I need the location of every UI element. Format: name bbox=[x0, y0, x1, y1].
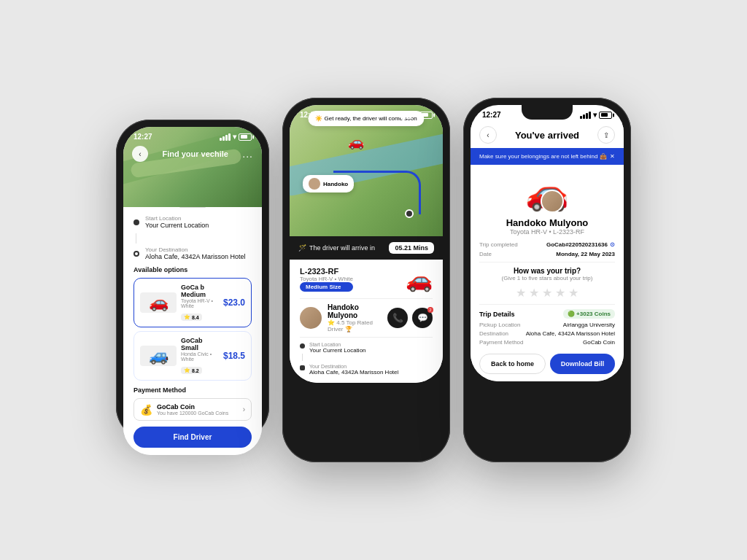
status-bar-phone2: 12:27 ▾ bbox=[290, 105, 443, 122]
menu-icon[interactable]: ... bbox=[242, 148, 253, 160]
option-sub-small: Honda Civic • White bbox=[181, 351, 219, 362]
alert-text: Make sure your belongings are not left b… bbox=[479, 153, 607, 160]
start-label: Start Location bbox=[145, 215, 209, 222]
dest-loc-row2: Your Destination Aloha Cafe, 4342A Maris… bbox=[300, 364, 433, 376]
arrived-body: 🚗 Handoko Mulyono Toyota HR-V • L-2323-R… bbox=[471, 165, 624, 354]
car-info: L-2323-RF Toyota HR-V • White Medium Siz… bbox=[300, 267, 353, 292]
chevron-icon: › bbox=[243, 405, 245, 413]
divider-p2 bbox=[300, 298, 433, 299]
car-img-small: 🚙 bbox=[140, 346, 177, 366]
option-card-medium[interactable]: 🚗 GoCa b Medium Toyota HR-V • White ⭐ 8.… bbox=[133, 278, 252, 327]
dest-value-p2: Aloha Cafe, 4342A Marisson Hotel bbox=[309, 369, 398, 376]
dest-value-p3: Aloha Cafe, 4342A Marisson Hotel bbox=[526, 330, 615, 337]
notch-p3 bbox=[522, 105, 573, 120]
arrive-text: 🪄 The driver will arrive in bbox=[298, 244, 375, 252]
battery-icon-p2 bbox=[419, 112, 433, 119]
car-plate: L-2323-RF bbox=[300, 267, 353, 276]
start-dot-p2 bbox=[300, 343, 305, 349]
option-card-small[interactable]: 🚙 GoCab Small Honda Civic • White ⭐ 8.2 … bbox=[133, 331, 252, 381]
star-3[interactable]: ★ bbox=[542, 286, 552, 300]
rating-section: How was your trip? (Give 1 to five stars… bbox=[479, 267, 615, 300]
car-info-row: L-2323-RF Toyota HR-V • White Medium Siz… bbox=[300, 267, 433, 292]
ride-options-sheet: Start Location Your Current Location You… bbox=[123, 198, 262, 455]
arrive-icon: 🪄 bbox=[298, 244, 306, 252]
trip-date-value: Monday, 22 May 2023 bbox=[556, 251, 615, 257]
driver-avatar-p2 bbox=[300, 307, 322, 329]
coins-badge: 🟢 +3023 Coins bbox=[563, 309, 615, 319]
driver-rating: ⭐ 4.5 bbox=[328, 319, 344, 326]
share-button[interactable]: ⇪ bbox=[597, 126, 615, 144]
star-rating[interactable]: ★ ★ ★ ★ ★ bbox=[479, 286, 615, 300]
trip-details-header: Trip Details 🟢 +3023 Coins bbox=[479, 309, 615, 319]
start-loc-row2: Start Location Your Current Location bbox=[300, 342, 433, 354]
driver-name-p2: Handoko Mulyono bbox=[328, 303, 382, 319]
arrive-bar: 🪄 The driver will arrive in 05.21 Mins bbox=[290, 236, 443, 260]
close-alert-icon[interactable]: ✕ bbox=[610, 153, 615, 160]
find-driver-button[interactable]: Find Driver bbox=[133, 427, 252, 448]
dest-dot-icon bbox=[133, 251, 139, 257]
pickup-row: Pickup Location Airlangga University bbox=[479, 322, 615, 328]
message-button[interactable]: 💬 2 bbox=[412, 308, 433, 328]
copy-icon[interactable]: ⊙ bbox=[610, 241, 615, 248]
battery-icon bbox=[239, 133, 252, 141]
available-options-title: Available options bbox=[133, 266, 252, 273]
signal-icon-p3 bbox=[580, 112, 591, 119]
arrived-driver-name: Handoko Mulyono bbox=[479, 217, 615, 228]
rating-question: How was your trip? bbox=[479, 267, 615, 275]
time-phone2: 12:27 bbox=[300, 111, 319, 119]
payment-sub: You have 120000 GoCab Coins bbox=[157, 411, 228, 416]
handoko-name: Handoko bbox=[323, 181, 348, 187]
wifi-icon: ▾ bbox=[233, 133, 236, 141]
signal-icon-p2 bbox=[400, 112, 411, 119]
loc-connector-p2 bbox=[302, 354, 303, 361]
car-marker: 🚗 bbox=[348, 134, 364, 150]
payment-section: Payment Method 💰 GoCab Coin You have 120… bbox=[133, 386, 252, 421]
star-5[interactable]: ★ bbox=[568, 286, 578, 300]
divider2-p3 bbox=[479, 304, 615, 305]
star-2[interactable]: ★ bbox=[529, 286, 539, 300]
phone2-screen: 12:27 ▾ ☀️ Get ready, the driver will co… bbox=[290, 105, 443, 383]
phone1-screen: 12:27 ▾ ‹ Find your ve bbox=[123, 127, 262, 455]
battery-icon-p3 bbox=[599, 112, 612, 119]
time-phone1: 12:27 bbox=[133, 133, 152, 141]
call-button[interactable]: 📞 bbox=[387, 308, 408, 328]
arrived-header: ‹ You've arrived ⇪ bbox=[471, 122, 624, 148]
arrive-time: 05.21 Mins bbox=[389, 242, 434, 254]
back-icon: ‹ bbox=[139, 150, 141, 158]
rating-sub: (Give 1 to five stars about your trip) bbox=[479, 275, 615, 281]
pickup-label: Pickup Location bbox=[479, 322, 520, 328]
handoko-avatar bbox=[309, 178, 320, 190]
driver-info-row: Handoko Mulyono ⭐ 4.5 Top Rated Driver 🏆… bbox=[300, 303, 433, 332]
footer-buttons: Back to home Download Bill bbox=[471, 354, 624, 381]
star-4[interactable]: ★ bbox=[555, 286, 565, 300]
action-buttons: 📞 💬 2 bbox=[387, 308, 433, 328]
notification-dot: 2 bbox=[427, 307, 433, 313]
payment-row[interactable]: 💰 GoCab Coin You have 120000 GoCab Coins… bbox=[133, 398, 252, 421]
alert-banner: Make sure your belongings are not left b… bbox=[471, 148, 624, 165]
back-button[interactable]: ‹ bbox=[132, 146, 148, 162]
trip-completed-label: Trip completed bbox=[479, 241, 518, 248]
dest-label-p3: Destination bbox=[479, 330, 508, 337]
map-title: Find your vechile bbox=[162, 149, 228, 158]
back-nav-button[interactable]: ‹ bbox=[479, 126, 497, 144]
option-name-medium: GoCa b Medium bbox=[181, 284, 219, 298]
size-badge: Medium Size bbox=[300, 282, 353, 292]
divider-p3 bbox=[479, 262, 615, 262]
location-divider bbox=[136, 233, 136, 244]
handoko-label: Handoko bbox=[303, 175, 354, 192]
back-home-button[interactable]: Back to home bbox=[479, 354, 546, 374]
dest-label-p2: Your Destination bbox=[309, 364, 398, 369]
phone-3: 12:27 ▾ ‹ You've arrived ⇪ bbox=[463, 98, 631, 462]
wifi-icon-p2: ▾ bbox=[414, 111, 417, 119]
car-driver-visual: 🚗 bbox=[479, 165, 615, 217]
time-phone3: 12:27 bbox=[482, 111, 501, 119]
divider2-p2 bbox=[300, 337, 433, 338]
driver-title-p2: ⭐ 4.5 Top Rated Driver 🏆 bbox=[328, 319, 382, 332]
coins-value: +3023 Coins bbox=[576, 311, 611, 317]
download-bill-button[interactable]: Download Bill bbox=[550, 354, 615, 374]
map-header: ‹ Find your vechile ... bbox=[123, 141, 262, 166]
trip-date-row: Date Monday, 22 May 2023 bbox=[479, 251, 615, 257]
payment-name: GoCab Coin bbox=[157, 403, 228, 411]
start-label-p2: Start Location bbox=[309, 342, 366, 347]
star-1[interactable]: ★ bbox=[516, 286, 526, 300]
